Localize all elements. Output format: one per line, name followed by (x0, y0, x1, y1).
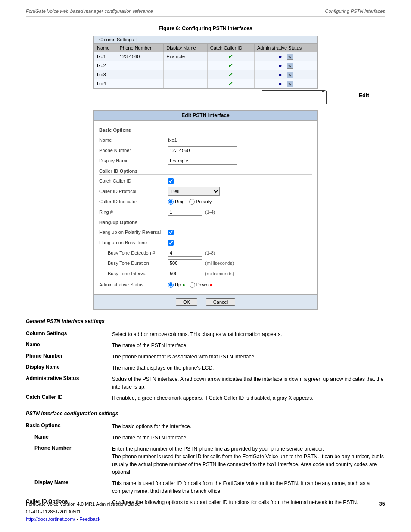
cell-name: fxo2 (94, 61, 117, 70)
form-row-busy-interval: Busy Tone Interval (milliseconds) (99, 269, 312, 278)
field-label-ring: Ring # (99, 209, 168, 215)
down-radio-label[interactable]: Down ● (190, 282, 213, 288)
pstn-table-row: fxo4 ✔ ● ✎ (94, 79, 317, 88)
col-header-catch: Catch Caller ID (207, 44, 254, 52)
cell-phone (117, 70, 163, 79)
busy-detect-input[interactable] (168, 249, 202, 257)
field-label-busy-duration: Busy Tone Duration (99, 261, 168, 266)
form-row-name: Name fxo1 (99, 136, 312, 144)
busy-tone-checkbox[interactable] (168, 240, 174, 246)
cell-admin: ● ✎ (254, 61, 317, 70)
dialog-body: Basic Options Name fxo1 Phone Number Dis… (94, 121, 317, 294)
page-footer: FortiGate Voice Version 4.0 MR1 Administ… (26, 498, 385, 523)
general-settings-section: General PSTN interface settings Column S… (26, 318, 385, 404)
term: Display Name (26, 478, 112, 497)
polarity-radio[interactable] (189, 199, 195, 205)
config-settings-row: Name The name of the PSTN interface. (26, 432, 385, 443)
caller-id-protocol-select[interactable]: Bell DTMF (168, 187, 220, 196)
up-radio-label[interactable]: Up ● (168, 282, 185, 288)
hangup-options-label: Hang-up Options (99, 220, 312, 226)
cell-name: fxo1 (94, 52, 117, 61)
field-label-indicator: Caller ID Indicator (99, 199, 168, 204)
field-label-busy-tone: Hang up on Busy Tone (99, 240, 168, 245)
polarity-reversal-checkbox[interactable] (168, 230, 174, 235)
form-row-ring: Ring # (1-4) (99, 208, 312, 216)
config-settings-title: PSTN interface configuration settings (26, 411, 385, 417)
polarity-radio-label[interactable]: Polarity (189, 199, 212, 205)
form-row-busy-tone: Hang up on Busy Tone (99, 238, 312, 247)
general-settings-row: Column Settings Select to add or remove … (26, 329, 385, 340)
caller-id-options-label: Caller ID Options (99, 168, 312, 175)
config-settings-row: Display Name This name is used for calle… (26, 478, 385, 497)
ring-radio[interactable] (168, 199, 174, 205)
form-row-indicator: Caller ID Indicator Ring Polarity (99, 197, 312, 206)
term: Name (26, 340, 112, 351)
footer-feedback-link[interactable]: Feedback (79, 516, 100, 522)
field-label-polarity: Hang up on Polarity Reversal (99, 230, 168, 235)
desc: Enter the phone number of the PSTN phone… (112, 443, 385, 478)
footer-line1: FortiGate Voice Version 4.0 MR1 Administ… (26, 501, 140, 508)
down-radio[interactable] (190, 282, 195, 288)
form-row-polarity: Hang up on Polarity Reversal (99, 228, 312, 236)
footer-page-number: 35 (379, 501, 385, 507)
footer-links: http://docs.fortinet.com/ • Feedback (26, 516, 140, 523)
cell-name: fxo3 (94, 70, 117, 79)
cell-catch: ✔ (207, 70, 254, 79)
pstn-table: Name Phone Number Display Name Catch Cal… (94, 44, 317, 88)
busy-interval-input[interactable] (168, 270, 202, 277)
footer-left: FortiGate Voice Version 4.0 MR1 Administ… (26, 501, 140, 523)
form-row-busy-duration: Busy Tone Duration (milliseconds) (99, 259, 312, 268)
busy-detect-hint: (1-8) (205, 250, 215, 255)
general-settings-row: Phone Number The phone number that is as… (26, 351, 385, 362)
cell-admin: ● ✎ (254, 70, 317, 79)
busy-interval-hint: (milliseconds) (205, 271, 234, 276)
cell-display: Example (164, 52, 208, 61)
field-label-display: Display Name (99, 158, 168, 163)
col-settings-bar[interactable]: [ Column Settings ] (94, 36, 317, 44)
field-label-phone: Phone Number (99, 148, 168, 153)
desc: The name of the PSTN interface. (112, 340, 385, 351)
desc: The name that displays on the phone's LC… (112, 362, 385, 373)
figure-title: Figure 6: Configuring PSTN interfaces (26, 25, 385, 31)
general-settings-row: Administrative Status Status of the PSTN… (26, 373, 385, 392)
cell-admin: ● ✎ (254, 52, 317, 61)
cell-display (164, 79, 208, 88)
field-label-catch: Catch Caller ID (99, 178, 168, 184)
field-label-busy-interval: Busy Tone Interval (99, 271, 168, 276)
cell-display (164, 61, 208, 70)
desc: This name is used for caller ID for call… (112, 478, 385, 497)
edit-icon-1[interactable]: ✎ (287, 63, 293, 69)
form-row-admin-status: Administrative Status Up ● Down ● (99, 280, 312, 289)
phone-number-input[interactable] (168, 146, 237, 154)
form-row-phone: Phone Number (99, 146, 312, 155)
busy-duration-input[interactable] (168, 259, 202, 267)
display-name-input[interactable] (168, 157, 237, 165)
general-settings-table: Column Settings Select to add or remove … (26, 329, 385, 404)
busy-duration-hint: (milliseconds) (205, 261, 234, 266)
term: Phone Number (26, 443, 112, 478)
ring-number-input[interactable] (168, 208, 202, 216)
col-header-display: Display Name (164, 44, 208, 52)
up-radio[interactable] (168, 282, 174, 288)
edit-icon-0[interactable]: ✎ (287, 54, 293, 60)
cell-phone (117, 79, 163, 88)
basic-options-label: Basic Options (99, 128, 312, 134)
edit-icon-2[interactable]: ✎ (287, 72, 293, 78)
header-right: Configuring PSTN interfaces (325, 9, 385, 14)
term: Basic Options (26, 421, 112, 432)
ok-button[interactable]: OK (176, 298, 197, 306)
cell-admin: ● ✎ (254, 79, 317, 88)
cell-catch: ✔ (207, 61, 254, 70)
cell-name: fxo4 (94, 79, 117, 88)
catch-caller-id-checkbox[interactable] (168, 178, 174, 184)
footer-line2: 01-410-112851-20100601 (26, 508, 140, 516)
edit-dialog: Edit PSTN Interface Basic Options Name f… (93, 110, 318, 310)
cancel-button[interactable]: Cancel (206, 298, 235, 306)
footer-docs-link[interactable]: http://docs.fortinet.com/ (26, 516, 75, 522)
term: Phone Number (26, 351, 112, 362)
ring-radio-label[interactable]: Ring (168, 199, 185, 205)
edit-icon-3[interactable]: ✎ (287, 81, 293, 87)
config-settings-section: PSTN interface configuration settings Ba… (26, 411, 385, 508)
pstn-table-row: fxo3 ✔ ● ✎ (94, 70, 317, 79)
admin-status-radio-group: Up ● Down ● (168, 282, 213, 288)
